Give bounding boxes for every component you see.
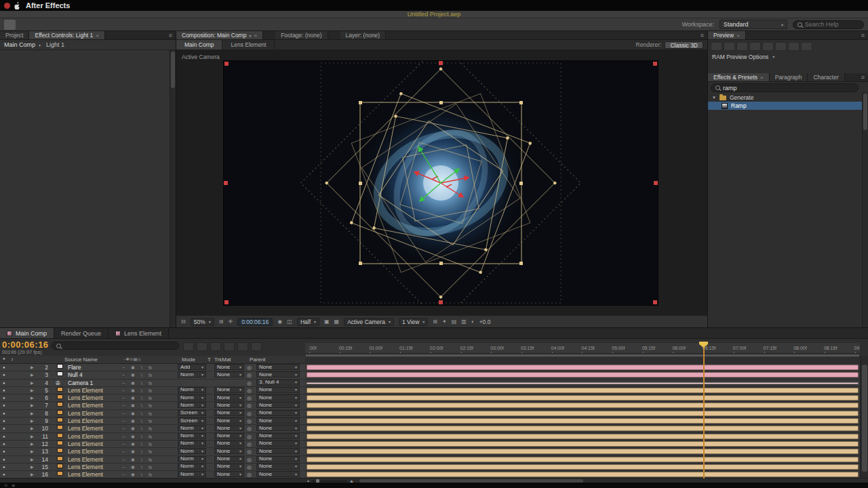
mode-select[interactable]: Norm ▾ [178,394,206,401]
layer-duration-bar[interactable] [307,449,859,454]
table-row[interactable]: ● ▶ 5 ✇ Lens Element −✱\fx Norm ▾ None ▾… [0,387,305,394]
scrollbar-thumb[interactable] [862,365,867,472]
visibility-eye-icon[interactable]: ● [3,456,5,464]
mode-select[interactable]: Norm ▾ [178,456,206,462]
layer-switch-icon[interactable]: − [122,394,125,402]
layer-switch-icon[interactable]: fx [149,448,152,455]
show-snapshot-icon[interactable]: ◫ [287,319,292,325]
visibility-eye-icon[interactable]: ● [3,441,5,448]
tab-composition[interactable]: Composition: Main Comp ▾ × [176,31,263,39]
mode-select[interactable]: Add ▾ [178,364,206,370]
layer-color-chip[interactable] [57,387,63,392]
comp-flowchart-icon[interactable] [183,342,194,351]
current-timecode[interactable]: 0:00:06:16 [2,340,49,350]
audio-toggle-button[interactable] [775,42,787,51]
puppet-pin-tool-icon[interactable] [180,20,192,30]
table-row[interactable]: ● ▶ 14 ✇ Lens Element −✱\fx Norm ▾ None … [0,456,305,464]
mode-select[interactable]: Norm ▾ [178,448,206,454]
layer-switch-icon[interactable]: \ [141,402,142,409]
current-time-indicator[interactable] [703,343,705,479]
layer-switch-icon[interactable]: − [122,387,125,394]
layer-switch-icon[interactable]: \ [141,464,142,471]
column-source-name[interactable]: Source Name [64,357,98,363]
hand-tool-icon[interactable] [18,20,29,30]
layer-switch-icon[interactable]: ✱ [131,456,135,464]
layer-name[interactable]: Lens Element [68,433,121,441]
parent-pickwhip-icon[interactable]: ◎ [247,402,252,409]
mode-select[interactable]: Norm ▾ [178,433,206,439]
pixel-aspect-icon[interactable]: ⊞ [433,319,437,325]
magnification-select[interactable]: 50% ▾ [191,318,214,326]
timeline-button-icon[interactable]: ▤ [452,319,457,325]
layer-switch-icon[interactable]: fx [149,380,152,387]
snapshot-icon[interactable]: ◉ [277,319,282,325]
pen-tool-icon[interactable] [99,20,111,30]
visibility-eye-icon[interactable]: ● [3,364,5,371]
timeline-tab[interactable]: Render Queue [54,328,108,338]
effects-group-row[interactable]: ▼ Generate [708,94,862,102]
panel-collapse-icon[interactable]: ⊟ [181,319,186,325]
layer-switch-icon[interactable]: − [122,425,125,432]
ram-preview-options[interactable]: RAM Preview Options ▾ [708,52,862,61]
layer-switch-icon[interactable]: fx [149,402,152,409]
layer-name[interactable]: Lens Element [68,410,121,418]
visibility-eye-icon[interactable]: ● [3,448,5,455]
transparency-grid-icon[interactable]: ▦ [334,319,340,325]
pan-behind-tool-icon[interactable] [72,20,83,30]
mask-visibility-icon[interactable]: ✛ [228,319,233,325]
mode-select[interactable]: Norm ▾ [178,464,206,470]
layer-duration-bar[interactable] [307,472,859,477]
trkmat-select[interactable]: None ▾ [214,441,244,447]
work-area-bar[interactable] [305,354,860,357]
track-row[interactable] [305,402,860,409]
layer-color-chip[interactable] [57,425,63,430]
scrollbar-thumb[interactable] [863,94,867,130]
layer-name[interactable]: Camera 1 [68,380,121,387]
track-area[interactable] [305,364,860,478]
timeline-tab[interactable]: Main Comp [0,328,54,338]
layer-switch-icon[interactable]: fx [149,364,152,371]
timeline-search-box[interactable] [52,342,179,350]
comp-timecode[interactable]: 0:00:06:16 [237,318,273,326]
mode-select[interactable]: Norm ▾ [178,371,206,378]
loop-toggle-button[interactable] [788,42,800,51]
parent-select[interactable]: None ▾ [256,371,300,378]
visibility-eye-icon[interactable]: ● [3,380,5,387]
layer-switch-icon[interactable]: − [122,441,125,448]
help-search-input[interactable] [805,21,859,28]
column-parent[interactable]: Parent [250,357,266,363]
parent-select[interactable]: None ▾ [256,387,300,393]
parent-pickwhip-icon[interactable]: ◎ [247,464,252,471]
layer-switch-icon[interactable]: − [122,433,125,441]
layer-switch-icon[interactable]: ✱ [131,433,135,441]
tab-footage[interactable]: Footage: (none) [275,31,328,39]
layer-color-chip[interactable] [57,464,63,468]
layer-duration-bar[interactable] [307,395,859,401]
layer-switch-icon[interactable]: ✱ [131,402,135,409]
layer-switch-icon[interactable]: \ [141,441,142,448]
renderer-button[interactable]: Classic 3D [665,41,703,49]
layer-switch-icon[interactable]: ✱ [131,441,135,448]
track-row[interactable] [305,410,860,418]
flowchart-button-icon[interactable]: ▥ [461,319,467,325]
layer-name[interactable]: Lens Element [68,441,121,448]
timeline-scrollbar[interactable] [860,356,868,478]
play-button[interactable] [736,42,748,51]
track-row[interactable] [305,387,860,394]
layer-color-chip[interactable] [57,433,63,438]
table-row[interactable]: ● ▶ 10 ✇ Lens Element −✱\fx Norm ▾ None … [0,425,305,432]
layer-switch-icon[interactable]: − [122,448,125,455]
track-row[interactable] [305,464,860,471]
parent-select[interactable]: None ▾ [256,394,300,401]
twirl-open-icon[interactable]: ▼ [712,96,716,100]
resolution-select[interactable]: Half ▾ [297,318,319,326]
visibility-eye-icon[interactable]: ● [3,394,5,402]
layer-name[interactable]: Lens Element [68,464,121,471]
track-row[interactable] [305,394,860,402]
mode-select[interactable]: Norm ▾ [178,402,206,408]
mode-select[interactable]: Screen ▾ [178,418,206,424]
column-trkmat[interactable]: TrkMat [214,357,231,363]
layer-switch-icon[interactable]: \ [141,410,142,418]
layer-name[interactable]: Lens Element [68,402,121,409]
layer-duration-bar[interactable] [307,464,859,470]
